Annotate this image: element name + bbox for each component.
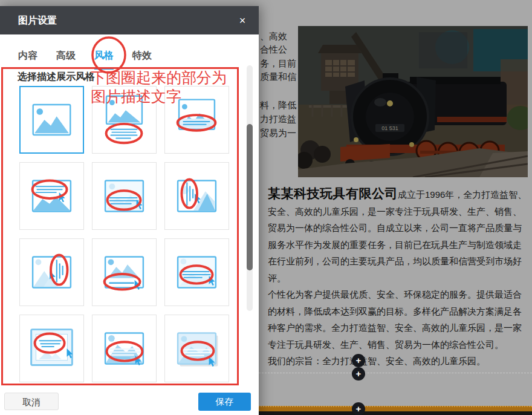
- tab-style[interactable]: 风格: [94, 50, 114, 70]
- tab-effects[interactable]: 特效: [132, 50, 152, 70]
- screen: 、高效 合性公 务，目前 质量和信 料，降低 力打造益 贸易为一: [0, 0, 532, 415]
- section-divider: [259, 373, 532, 373]
- annotation-text-line2: 图片描述文字: [91, 87, 227, 106]
- style-preview-icon: [20, 239, 83, 306]
- style-thumbnail-1[interactable]: [19, 86, 84, 154]
- dialog-title: 图片设置: [18, 6, 57, 34]
- style-thumbnail-8[interactable]: [92, 238, 157, 306]
- style-thumbnail-5[interactable]: [92, 162, 157, 230]
- style-preview-icon: [21, 87, 83, 152]
- style-preview-icon: [165, 163, 229, 229]
- image-settings-dialog: 图片设置 × 内容 高级 风格 特效 选择描述展示风格 下图圈起来的部分为 图片…: [0, 6, 259, 415]
- style-preview-icon: [20, 315, 83, 382]
- style-preview-icon: [20, 163, 83, 229]
- annotation-circle: [106, 124, 142, 143]
- add-module-button[interactable]: +: [352, 402, 365, 415]
- style-preview-icon: [165, 239, 229, 306]
- style-preview-icon: [92, 163, 156, 229]
- tab-bar: 内容 高级 风格 特效: [18, 50, 152, 70]
- dialog-header: 图片设置 ×: [0, 6, 259, 34]
- style-preview-icon: [165, 315, 229, 382]
- style-thumbnail-4[interactable]: [19, 162, 84, 230]
- style-thumbnail-10[interactable]: [19, 315, 84, 382]
- add-module-button[interactable]: +: [352, 354, 365, 367]
- style-thumbnail-11[interactable]: [92, 315, 157, 382]
- dialog-scrollbar-track[interactable]: [247, 65, 253, 311]
- close-icon: ×: [239, 15, 246, 27]
- tab-advanced[interactable]: 高级: [56, 50, 76, 70]
- add-module-button[interactable]: +: [352, 367, 365, 381]
- style-thumbnail-7[interactable]: [19, 238, 84, 306]
- style-grid: [19, 86, 229, 382]
- style-thumbnail-12[interactable]: [164, 315, 229, 382]
- annotation-text: 下图圈起来的部分为 图片描述文字: [91, 68, 227, 106]
- annotation-text-line1: 下图圈起来的部分为: [91, 68, 227, 87]
- save-button[interactable]: 保存: [198, 393, 251, 411]
- cancel-button[interactable]: 取消: [4, 393, 59, 410]
- tab-content[interactable]: 内容: [18, 50, 37, 70]
- style-thumbnail-9[interactable]: [164, 238, 229, 306]
- close-button[interactable]: ×: [236, 14, 249, 27]
- dialog-scrollbar-thumb[interactable]: [247, 124, 253, 270]
- style-preview-icon: [92, 239, 156, 306]
- style-preview-icon: [92, 315, 156, 382]
- style-section-label: 选择描述展示风格: [18, 71, 95, 83]
- style-thumbnail-6[interactable]: [164, 162, 229, 230]
